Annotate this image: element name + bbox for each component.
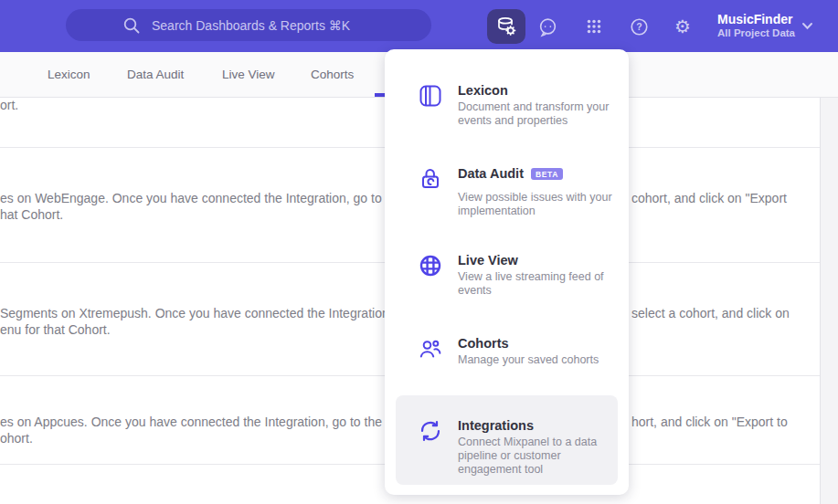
search-bar[interactable] bbox=[66, 9, 431, 41]
active-tab-indicator bbox=[375, 93, 385, 97]
lock-audit-icon bbox=[419, 167, 442, 191]
menu-item-integrations[interactable]: Integrations Connect Mixpanel to a data … bbox=[396, 417, 618, 477]
gear-icon: ⚙ bbox=[674, 17, 691, 36]
table-row-truncated[interactable]: ort. bbox=[0, 97, 384, 113]
people-icon bbox=[419, 337, 442, 361]
search-icon bbox=[122, 16, 141, 35]
menu-item-description: Document and transform your events and p… bbox=[458, 100, 618, 128]
book-icon bbox=[419, 84, 442, 108]
project-switcher[interactable]: MusicFinder All Project Data bbox=[717, 12, 795, 39]
menu-item-live-view[interactable]: Live View View a live streaming feed of … bbox=[396, 252, 618, 298]
chevron-down-icon[interactable] bbox=[801, 22, 813, 30]
menu-item-cohorts[interactable]: Cohorts Manage your saved cohorts bbox=[396, 335, 618, 367]
tab-lexicon[interactable]: Lexicon bbox=[48, 68, 90, 81]
row-text-left2: enu for that Cohort. bbox=[0, 321, 385, 338]
sync-arrows-icon bbox=[419, 419, 442, 443]
vertical-scrollbar[interactable] bbox=[820, 97, 838, 504]
row-text-right: select a cohort, and click on bbox=[631, 305, 820, 321]
beta-badge: BETA bbox=[531, 168, 563, 180]
menu-item-description: Manage your saved cohorts bbox=[458, 353, 618, 367]
help-button[interactable]: ? bbox=[628, 16, 650, 37]
chat-smiley-icon bbox=[537, 16, 558, 37]
row-text-left2: ohort. bbox=[0, 430, 385, 446]
menu-item-description: View a live streaming feed of events bbox=[458, 270, 618, 298]
menu-item-description: View possible issues with your implement… bbox=[458, 191, 618, 218]
feedback-button[interactable] bbox=[536, 16, 558, 37]
row-text-left: es on WebEngage. Once you have connected… bbox=[0, 190, 385, 206]
menu-item-title: Lexicon bbox=[458, 82, 508, 99]
data-management-dropdown: Lexicon Document and transform your even… bbox=[385, 49, 629, 495]
menu-item-title: Data Audit bbox=[458, 165, 524, 182]
settings-button[interactable]: ⚙ bbox=[672, 16, 694, 37]
apps-grid-icon bbox=[584, 16, 604, 37]
row-text-right: cohort, and click on "Export bbox=[631, 190, 820, 206]
menu-item-lexicon[interactable]: Lexicon Document and transform your even… bbox=[396, 82, 618, 128]
tab-data-audit[interactable]: Data Audit bbox=[127, 68, 184, 81]
globe-icon bbox=[419, 254, 442, 278]
app-window: ort. es on WebEngage. Once you have conn… bbox=[0, 0, 838, 504]
row-text-right: hort, and click on "Export to bbox=[631, 414, 820, 430]
search-input[interactable] bbox=[150, 17, 431, 34]
menu-item-data-audit[interactable]: Data Audit BETA View possible issues wit… bbox=[396, 165, 618, 218]
menu-item-title: Cohorts bbox=[458, 335, 509, 352]
menu-item-title: Integrations bbox=[458, 417, 534, 434]
row-text-left: es on Appcues. Once you have connected t… bbox=[0, 414, 385, 430]
database-gear-icon bbox=[495, 16, 517, 37]
question-circle-icon: ? bbox=[629, 16, 650, 37]
top-navigation-bar: ? ⚙ MusicFinder All Project Data bbox=[0, 0, 838, 52]
menu-item-title: Live View bbox=[458, 252, 518, 268]
data-management-button[interactable] bbox=[487, 9, 525, 44]
project-name: MusicFinder bbox=[717, 12, 795, 26]
svg-text:?: ? bbox=[636, 21, 642, 32]
apps-grid-button[interactable] bbox=[583, 16, 605, 37]
row-text-left2: hat Cohort. bbox=[0, 206, 385, 223]
menu-item-description: Connect Mixpanel to a data pipeline or c… bbox=[458, 436, 618, 477]
tab-cohorts[interactable]: Cohorts bbox=[311, 68, 354, 81]
row-text-left: Segments on Xtremepush. Once you have co… bbox=[0, 305, 385, 321]
project-scope: All Project Data bbox=[717, 26, 795, 39]
tab-live-view[interactable]: Live View bbox=[222, 68, 275, 81]
